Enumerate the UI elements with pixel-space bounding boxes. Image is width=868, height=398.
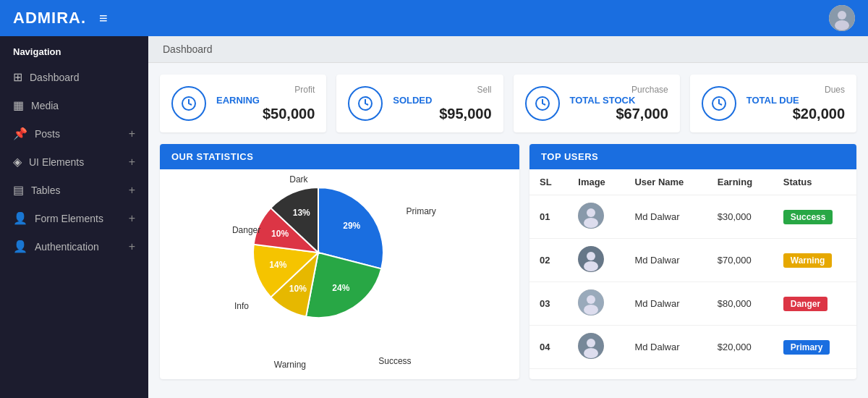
pie-chart: 29%24%10%14%10%13% PrimarySuccessWarning… <box>239 173 441 376</box>
svg-text:10%: 10% <box>289 284 306 294</box>
svg-point-1 <box>838 11 846 20</box>
col-earning: Earning <box>707 169 773 195</box>
cell-username: Md Dalwar <box>624 195 707 239</box>
sidebar-item-label: Form Elements <box>35 213 103 224</box>
svg-text:24%: 24% <box>332 283 349 293</box>
total-due-name: TOTAL DUE <box>746 95 845 106</box>
total-stock-icon <box>525 86 560 121</box>
topbar: ADMIRA. ≡ <box>0 0 868 36</box>
earning-value: $50,000 <box>216 106 315 122</box>
cell-status: Success <box>773 195 856 239</box>
posts-icon: 📌 <box>13 127 27 140</box>
svg-point-21 <box>584 305 598 315</box>
breadcrumb: Dashboard <box>148 36 868 63</box>
ui-elements-expand-icon[interactable]: + <box>129 156 135 169</box>
top-users-panel-header: TOP USERS <box>529 144 856 169</box>
col-status: Status <box>773 169 856 195</box>
solded-icon <box>348 86 383 121</box>
tables-expand-icon[interactable]: + <box>129 184 135 197</box>
table-row: 02 Md Dalwar $70,000 Warning <box>529 239 856 282</box>
sidebar-item-label: Posts <box>35 128 60 140</box>
content-area: Profit EARNING $50,000 Sell SOLDED $95,0… <box>148 63 868 391</box>
cell-earning: $20,000 <box>707 326 773 369</box>
svg-point-17 <box>587 252 595 261</box>
sidebar-item-ui-elements[interactable]: ◈ UI Elements + <box>0 148 148 176</box>
user-avatar-img <box>578 289 604 316</box>
main-content: Dashboard Profit EARNING $50,000 <box>148 36 868 398</box>
sidebar-item-label: UI Elements <box>29 156 84 168</box>
cell-status: Danger <box>773 282 856 326</box>
total-stock-name: TOTAL STOCK <box>570 95 668 106</box>
sidebar-item-authentication[interactable]: 👤 Authentication + <box>0 232 148 261</box>
total-due-info: Dues TOTAL DUE $20,000 <box>746 85 845 122</box>
cell-image <box>568 326 624 369</box>
svg-text:14%: 14% <box>269 260 286 270</box>
table-header-row: SL Image User Name Earning Status <box>529 169 856 195</box>
total-due-icon <box>702 86 736 121</box>
cell-status: Primary <box>773 326 856 369</box>
form-elements-icon: 👤 <box>13 211 27 225</box>
posts-expand-icon[interactable]: + <box>129 127 135 140</box>
user-avatar-img <box>578 333 604 359</box>
user-avatar-img <box>578 246 604 272</box>
sidebar-item-label: Media <box>31 100 59 111</box>
svg-text:13%: 13% <box>292 208 310 218</box>
cell-sl: 01 <box>529 195 568 239</box>
svg-text:10%: 10% <box>271 229 289 239</box>
solded-value: $95,000 <box>393 106 491 122</box>
status-badge: Danger <box>783 297 827 311</box>
app-layout: Navigation ⊞ Dashboard ▦ Media 📌 Posts +… <box>0 36 868 398</box>
dashboard-icon: ⊞ <box>13 70 22 84</box>
status-badge: Warning <box>783 253 833 268</box>
pie-label: Success <box>378 356 411 366</box>
sidebar-item-form-elements[interactable]: 👤 Form Elements + <box>0 204 148 232</box>
authentication-expand-icon[interactable]: + <box>129 240 135 253</box>
authentication-icon: 👤 <box>13 240 27 253</box>
solded-name: SOLDED <box>393 95 491 106</box>
sidebar-item-tables[interactable]: ▤ Tables + <box>0 176 148 204</box>
col-image: Image <box>568 169 624 195</box>
cell-sl: 04 <box>529 326 568 369</box>
stat-card-solded: Sell SOLDED $95,000 <box>336 75 503 132</box>
cell-earning: $30,000 <box>707 195 773 239</box>
sidebar-section-nav: Navigation <box>0 36 148 63</box>
svg-point-18 <box>584 261 598 271</box>
total-stock-label: Purchase <box>570 85 668 95</box>
svg-text:29%: 29% <box>343 221 360 231</box>
statistics-panel-header: OUR STATISTICS <box>160 144 519 169</box>
cell-sl: 02 <box>529 239 568 282</box>
solded-label: Sell <box>393 85 491 95</box>
pie-svg: 29%24%10%14%10%13% <box>239 173 398 332</box>
sidebar-item-media[interactable]: ▦ Media <box>0 91 148 119</box>
earning-icon <box>171 86 206 121</box>
total-stock-value: $67,000 <box>570 106 668 122</box>
pie-label: Primary <box>407 206 436 216</box>
status-badge: Primary <box>783 340 830 355</box>
sidebar-item-dashboard[interactable]: ⊞ Dashboard <box>0 63 148 91</box>
svg-point-23 <box>587 339 595 347</box>
media-icon: ▦ <box>13 98 24 112</box>
svg-point-14 <box>587 208 595 217</box>
col-sl: SL <box>529 169 568 195</box>
cell-sl: 03 <box>529 282 568 326</box>
svg-point-2 <box>835 20 849 30</box>
users-table: SL Image User Name Earning Status 01 <box>529 169 856 369</box>
tables-icon: ▤ <box>13 183 24 197</box>
svg-point-20 <box>587 295 595 304</box>
top-users-panel: TOP USERS SL Image User Name Earning Sta… <box>529 144 856 379</box>
statistics-panel: OUR STATISTICS 29%24%10%14%10%13% Primar… <box>160 144 519 379</box>
form-elements-expand-icon[interactable]: + <box>129 212 135 225</box>
status-badge: Success <box>783 210 833 224</box>
menu-toggle-icon[interactable]: ≡ <box>99 10 108 27</box>
user-avatar[interactable] <box>829 5 855 31</box>
sidebar-item-label: Tables <box>31 185 60 196</box>
user-avatar-img <box>578 203 604 229</box>
pie-label: Warning <box>274 360 306 370</box>
total-stock-info: Purchase TOTAL STOCK $67,000 <box>570 85 668 122</box>
total-due-label: Dues <box>746 85 845 95</box>
stats-row: Profit EARNING $50,000 Sell SOLDED $95,0… <box>160 75 856 132</box>
stat-card-earning: Profit EARNING $50,000 <box>160 75 326 132</box>
cell-username: Md Dalwar <box>624 282 707 326</box>
sidebar: Navigation ⊞ Dashboard ▦ Media 📌 Posts +… <box>0 36 148 398</box>
sidebar-item-posts[interactable]: 📌 Posts + <box>0 119 148 148</box>
